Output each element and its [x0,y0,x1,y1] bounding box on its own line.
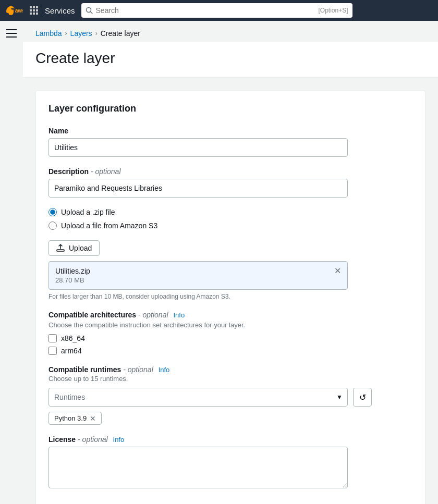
runtimes-hint: Choose up to 15 runtimes. [48,375,412,383]
license-section: License - optional Info [48,435,412,490]
upload-button-label: Upload [69,244,92,252]
svg-rect-2 [33,6,35,8]
file-name: Utilities.zip [55,267,90,275]
arch-info-link[interactable]: Info [173,311,185,319]
breadcrumb: Lambda › Layers › Create layer [23,21,438,42]
svg-rect-6 [36,9,38,11]
file-info: Utilities.zip 28.70 MB [55,267,90,284]
content-area: Layer configuration Name Description - o… [23,78,438,504]
refresh-icon: ↺ [359,392,366,402]
chevron-icon: › [65,30,67,37]
page-title-area: Create layer [23,42,438,78]
svg-rect-1 [30,6,32,8]
svg-rect-14 [6,36,17,38]
sidebar-toggle[interactable] [6,29,17,40]
top-navigation: aws Services [Option+S] [0,0,438,21]
svg-rect-8 [33,13,35,15]
upload-zip-radio[interactable] [48,208,57,216]
x86-checkbox-option[interactable]: x86_64 [48,334,412,342]
main-wrapper: Lambda › Layers › Create layer Create la… [0,21,438,504]
description-label: Description - optional [48,167,412,176]
layer-config-card: Layer configuration Name Description - o… [35,90,425,504]
x86-checkbox[interactable] [48,334,57,342]
upload-s3-radio[interactable] [48,222,57,230]
search-bar[interactable]: [Option+S] [81,3,352,18]
search-input[interactable] [96,6,315,15]
runtimes-select-wrapper: Runtimes Python 3.9 Python 3.10 Python 3… [48,388,348,407]
license-info-link[interactable]: Info [113,436,125,444]
runtimes-section: Compatible runtimes - optional Info Choo… [48,365,412,425]
upload-zip-option[interactable]: Upload a .zip file [48,208,412,216]
description-input[interactable] [48,179,348,198]
file-close-button[interactable]: ✕ [334,267,341,275]
page-title: Create layer [35,50,425,67]
svg-rect-15 [57,250,64,251]
svg-text:aws: aws [15,8,23,14]
chevron-icon-2: › [95,30,98,37]
svg-rect-5 [33,9,35,11]
python-tag: Python 3.9 ✕ [48,412,102,425]
breadcrumb-lambda[interactable]: Lambda [35,29,62,38]
svg-rect-9 [36,13,38,15]
upload-s3-label: Upload a file from Amazon S3 [61,222,157,230]
runtimes-tags: Python 3.9 ✕ [48,412,412,425]
runtimes-info-link[interactable]: Info [159,366,170,374]
svg-rect-4 [30,9,32,11]
search-icon [86,7,93,14]
runtimes-select[interactable]: Runtimes Python 3.9 Python 3.10 Python 3… [48,388,348,407]
search-shortcut: [Option+S] [318,7,348,14]
services-label[interactable]: Services [45,6,75,15]
arm64-label: arm64 [61,347,82,355]
license-label: License - optional [48,435,110,444]
refresh-button[interactable]: ↺ [353,388,372,407]
architectures-section: Compatible architectures - optional Info… [48,311,412,355]
runtimes-row: Runtimes Python 3.9 Python 3.10 Python 3… [48,388,412,407]
file-tag: Utilities.zip 28.70 MB ✕ [48,261,348,290]
arm64-checkbox-option[interactable]: arm64 [48,347,412,355]
description-field-group: Description - optional [48,167,412,198]
section-title: Layer configuration [48,103,412,114]
name-field-group: Name [48,127,412,157]
svg-rect-13 [6,33,17,34]
x86-label: x86_64 [61,334,85,342]
license-textarea[interactable] [48,447,348,488]
grid-icon[interactable] [29,6,39,15]
upload-zip-label: Upload a .zip file [61,208,115,216]
breadcrumb-layers[interactable]: Layers [70,29,92,38]
svg-rect-3 [36,6,38,8]
arch-label: Compatible architectures - optional [48,311,170,319]
upload-icon [56,244,65,252]
svg-line-11 [90,12,92,14]
name-label: Name [48,127,412,135]
breadcrumb-current: Create layer [101,29,140,38]
svg-rect-7 [30,13,32,15]
svg-rect-12 [6,29,17,30]
file-size: 28.70 MB [55,276,90,284]
aws-logo[interactable]: aws [6,2,23,19]
upload-s3-option[interactable]: Upload a file from Amazon S3 [48,222,412,230]
runtimes-label: Compatible runtimes - optional [48,365,155,374]
python-tag-close-button[interactable]: ✕ [90,415,96,422]
arm64-checkbox[interactable] [48,347,57,355]
python-tag-label: Python 3.9 [54,414,87,422]
upload-type-group: Upload a .zip file Upload a file from Am… [48,208,412,230]
file-hint: For files larger than 10 MB, consider up… [48,293,412,300]
arch-description: Choose the compatible instruction set ar… [48,321,412,329]
upload-button[interactable]: Upload [48,240,100,256]
name-input[interactable] [48,138,348,157]
